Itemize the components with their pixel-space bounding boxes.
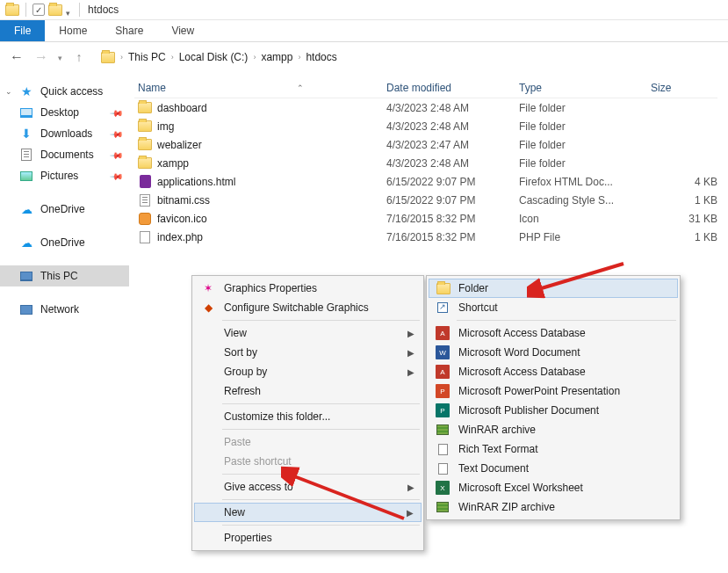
menu-separator bbox=[222, 403, 420, 404]
file-date: 4/3/2023 2:48 AM bbox=[383, 102, 515, 114]
pin-icon: 📌 bbox=[110, 148, 124, 162]
file-type: File folder bbox=[515, 139, 647, 151]
menu-item-new-access[interactable]: A Microsoft Access Database bbox=[429, 323, 678, 343]
cloud-icon: ☁ bbox=[19, 236, 33, 250]
sidebar-item-downloads[interactable]: ⬇ Downloads 📌 bbox=[0, 123, 129, 144]
chevron-right-icon: ▶ bbox=[407, 482, 414, 492]
sidebar-item-this-pc[interactable]: This PC bbox=[0, 265, 129, 286]
forward-button[interactable]: → bbox=[33, 49, 49, 65]
column-name[interactable]: Name⌃ bbox=[134, 82, 383, 94]
sidebar-item-quick-access[interactable]: ⌄ ★ Quick access bbox=[0, 81, 129, 102]
file-name: xampp bbox=[157, 157, 189, 170]
menu-item-new-zip[interactable]: WinRAR ZIP archive bbox=[429, 497, 678, 517]
menu-item-new-txt[interactable]: Text Document bbox=[429, 459, 678, 478]
file-row[interactable]: xampp4/3/2023 2:48 AMFile folder bbox=[134, 154, 717, 172]
file-date: 6/15/2022 9:07 PM bbox=[383, 176, 515, 188]
qat-separator bbox=[79, 3, 80, 17]
menu-item-new-rar[interactable]: WinRAR archive bbox=[429, 420, 678, 439]
file-row[interactable]: dashboard4/3/2023 2:48 AMFile folder bbox=[134, 98, 717, 117]
publisher-icon: P bbox=[436, 403, 450, 417]
menu-item-properties[interactable]: Properties bbox=[194, 528, 422, 548]
menu-item-view[interactable]: View▶ bbox=[194, 323, 422, 343]
sidebar-item-label: Downloads bbox=[40, 127, 92, 140]
file-row[interactable]: applications.html6/15/2022 9:07 PMFirefo… bbox=[134, 172, 717, 191]
breadcrumb-local-disk[interactable]: Local Disk (C:) bbox=[179, 51, 249, 63]
sidebar-item-onedrive[interactable]: ☁ OneDrive bbox=[0, 199, 129, 220]
menu-item-new-shortcut[interactable]: Shortcut bbox=[429, 298, 678, 317]
folder-icon[interactable] bbox=[48, 3, 62, 17]
quick-access-toolbar: ✓ bbox=[0, 3, 83, 17]
history-dropdown-icon[interactable] bbox=[58, 51, 62, 63]
file-row[interactable]: bitnami.css6/15/2022 9:07 PMCascading St… bbox=[134, 191, 717, 209]
chevron-right-icon: ▶ bbox=[407, 508, 414, 518]
sidebar-item-network[interactable]: Network bbox=[0, 299, 129, 320]
tab-view[interactable]: View bbox=[157, 20, 208, 41]
sidebar-item-pictures[interactable]: Pictures 📌 bbox=[0, 165, 129, 186]
cloud-icon: ☁ bbox=[19, 202, 33, 216]
menu-item-new-access[interactable]: A Microsoft Access Database bbox=[429, 362, 678, 381]
chevron-right-icon[interactable]: › bbox=[120, 53, 123, 62]
menu-item-refresh[interactable]: Refresh bbox=[194, 381, 422, 401]
qat-properties-icon[interactable]: ✓ bbox=[32, 4, 45, 16]
breadcrumb-xampp[interactable]: xampp bbox=[261, 51, 292, 63]
column-type[interactable]: Type bbox=[515, 82, 647, 94]
breadcrumb[interactable]: › This PC › Local Disk (C:) › xampp › ht… bbox=[101, 50, 337, 64]
file-type: File folder bbox=[515, 157, 647, 170]
winrar-icon bbox=[436, 423, 450, 437]
menu-item-paste: Paste bbox=[194, 432, 422, 452]
sidebar-item-desktop[interactable]: Desktop 📌 bbox=[0, 102, 129, 123]
file-row[interactable]: webalizer4/3/2023 2:47 AMFile folder bbox=[134, 135, 717, 154]
qat-dropdown-icon[interactable] bbox=[66, 6, 73, 13]
menu-separator bbox=[457, 320, 676, 321]
chevron-right-icon: ▶ bbox=[407, 329, 414, 338]
menu-item-group-by[interactable]: Group by▶ bbox=[194, 362, 422, 381]
menu-item-customize[interactable]: Customize this folder... bbox=[194, 407, 422, 426]
menu-item-new-publisher[interactable]: P Microsoft Publisher Document bbox=[429, 401, 678, 420]
tab-home[interactable]: Home bbox=[45, 20, 101, 41]
column-size[interactable]: Size bbox=[647, 82, 717, 94]
file-size: 4 KB bbox=[647, 176, 717, 188]
menu-item-new-rtf[interactable]: Rich Text Format bbox=[429, 439, 678, 459]
menu-item-new-folder[interactable]: Folder bbox=[429, 279, 678, 298]
menu-separator bbox=[222, 320, 420, 321]
up-button[interactable]: ↑ bbox=[71, 49, 87, 65]
sidebar-item-label: OneDrive bbox=[40, 236, 85, 249]
file-name: webalizer bbox=[157, 139, 202, 151]
file-type: PHP File bbox=[515, 231, 647, 243]
pictures-icon bbox=[19, 169, 33, 183]
menu-item-new-word[interactable]: W Microsoft Word Document bbox=[429, 343, 678, 362]
folder-icon bbox=[436, 281, 450, 295]
menu-item-sort-by[interactable]: Sort by▶ bbox=[194, 343, 422, 362]
navigation-pane: ⌄ ★ Quick access Desktop 📌 ⬇ Downloads 📌… bbox=[0, 72, 129, 573]
php-icon bbox=[138, 230, 152, 244]
menu-item-configure-switchable[interactable]: ◆ Configure Switchable Graphics bbox=[194, 298, 422, 317]
tab-share[interactable]: Share bbox=[101, 20, 157, 41]
chevron-right-icon[interactable]: › bbox=[171, 53, 174, 62]
menu-separator bbox=[222, 525, 420, 526]
file-row[interactable]: index.php7/16/2015 8:32 PMPHP File1 KB bbox=[134, 228, 717, 246]
chevron-right-icon[interactable]: › bbox=[298, 53, 300, 62]
file-type: File folder bbox=[515, 102, 647, 114]
menu-item-new-powerpoint[interactable]: P Microsoft PowerPoint Presentation bbox=[429, 381, 678, 401]
file-name: index.php bbox=[157, 231, 203, 243]
chevron-down-icon[interactable]: ⌄ bbox=[5, 87, 12, 96]
tab-file[interactable]: File bbox=[0, 20, 45, 41]
menu-item-graphics-properties[interactable]: ✶ Graphics Properties bbox=[194, 279, 422, 298]
file-row[interactable]: img4/3/2023 2:48 AMFile folder bbox=[134, 117, 717, 135]
breadcrumb-this-pc[interactable]: This PC bbox=[128, 51, 166, 63]
menu-item-new-excel[interactable]: X Microsoft Excel Worksheet bbox=[429, 478, 678, 497]
window-title: htdocs bbox=[83, 4, 119, 16]
folder-icon bbox=[138, 156, 152, 170]
navigation-bar: ← → ↑ › This PC › Local Disk (C:) › xamp… bbox=[0, 42, 728, 72]
chevron-right-icon[interactable]: › bbox=[253, 53, 256, 62]
back-button[interactable]: ← bbox=[9, 49, 25, 65]
breadcrumb-htdocs[interactable]: htdocs bbox=[306, 51, 336, 63]
sidebar-item-documents[interactable]: Documents 📌 bbox=[0, 144, 129, 165]
file-row[interactable]: favicon.ico7/16/2015 8:32 PMIcon31 KB bbox=[134, 209, 717, 228]
sidebar-item-label: This PC bbox=[40, 270, 78, 282]
column-date[interactable]: Date modified bbox=[383, 82, 515, 94]
sidebar-item-onedrive[interactable]: ☁ OneDrive bbox=[0, 232, 129, 253]
menu-item-new[interactable]: New▶ bbox=[194, 503, 422, 522]
winrar-icon bbox=[436, 500, 450, 514]
menu-item-give-access[interactable]: Give access to▶ bbox=[194, 477, 422, 497]
